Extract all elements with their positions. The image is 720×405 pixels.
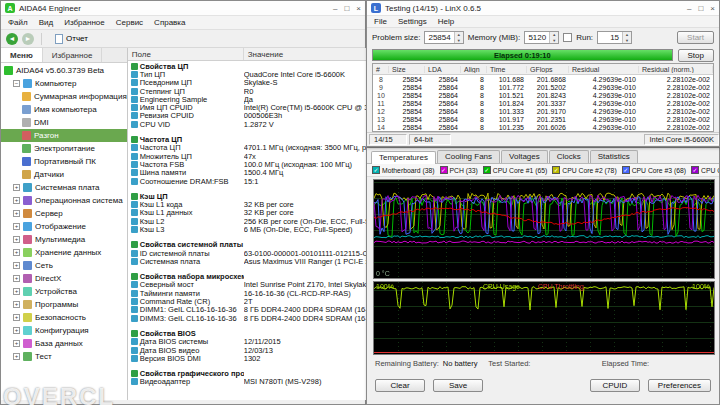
legend-checkbox[interactable]: ✓	[372, 166, 380, 174]
legend-checkbox[interactable]: ✓	[483, 166, 491, 174]
grid-row[interactable]: 1425854258648101.235201.60264.29639e-010…	[373, 123, 713, 131]
sidebar-item-software[interactable]: +Программы	[1, 298, 127, 311]
expand-icon[interactable]: +	[13, 275, 20, 282]
stepper-arrows-icon[interactable]: ▲▼	[622, 32, 631, 43]
stepper-arrows-icon[interactable]: ▲▼	[549, 32, 558, 43]
grid-column-header[interactable]: LDA	[425, 66, 461, 73]
start-button[interactable]: Start	[677, 31, 714, 44]
sidebar-item-server[interactable]: +Сервер	[1, 207, 127, 220]
tab-cooling-fans[interactable]: Cooling Fans	[437, 150, 500, 163]
sidebar-item-os[interactable]: +Операционная система	[1, 194, 127, 207]
sidebar-tab-favorites[interactable]: Избранное	[43, 48, 103, 62]
clear-button[interactable]: Clear	[375, 379, 425, 392]
expand-icon[interactable]: +	[13, 262, 20, 269]
menu-item-Справка[interactable]: Справка	[154, 18, 185, 27]
problem-size-stepper[interactable]: 25854 ▲▼	[424, 31, 463, 44]
menu-item-Вид[interactable]: Вид	[39, 18, 53, 27]
expand-icon[interactable]: +	[13, 197, 20, 204]
column-field[interactable]: Поле	[128, 48, 244, 60]
sidebar-item-security[interactable]: +Безопасность	[1, 311, 127, 324]
grid-column-header[interactable]: #	[373, 66, 389, 73]
menu-item-Избранное[interactable]: Избранное	[64, 18, 105, 27]
forward-icon[interactable]: ►	[22, 33, 34, 45]
sidebar-item-power[interactable]: Электропитание	[1, 142, 127, 155]
sidebar-tab-menu[interactable]: Меню	[1, 48, 43, 62]
sidebar-item-network[interactable]: +Сеть	[1, 259, 127, 272]
report-button[interactable]: Отчет	[49, 32, 94, 46]
legend-checkbox[interactable]: ✓	[440, 166, 448, 174]
grid-column-header[interactable]: Time	[487, 66, 527, 73]
legend-checkbox[interactable]: ✓	[622, 166, 630, 174]
expand-icon[interactable]: +	[13, 288, 20, 295]
preferences-button[interactable]: Preferences	[648, 379, 711, 392]
maximize-icon[interactable]: □	[344, 4, 349, 13]
close-icon[interactable]: ×	[710, 4, 715, 13]
collapse-icon[interactable]: −	[13, 80, 20, 87]
linx-results-grid[interactable]: #SizeLDAAlignTimeGFlopsResidualResidual …	[372, 63, 714, 132]
menu-item-Файл[interactable]: Файл	[8, 18, 28, 27]
sidebar-item-aida64-root[interactable]: AIDA64 v5.60.3739 Beta	[1, 64, 127, 77]
memory-stepper[interactable]: 5120 ▲▼	[524, 31, 559, 44]
expand-icon[interactable]: +	[13, 353, 20, 360]
legend-checkbox[interactable]: ✓	[691, 166, 699, 174]
menu-item-help[interactable]: Help	[438, 17, 454, 26]
linx-titlebar[interactable]: L Testing (14/15) - LinX 0.6.5 – □ ×	[367, 1, 719, 16]
grid-row[interactable]: 1025854258648101.521201.82434.29639e-010…	[373, 91, 713, 99]
sidebar-item-storage[interactable]: +Хранение данных	[1, 246, 127, 259]
grid-column-header[interactable]: Size	[389, 66, 425, 73]
expand-icon[interactable]: +	[13, 301, 20, 308]
sidebar-item-motherboard[interactable]: +Системная плата	[1, 181, 127, 194]
sidebar-item-computer[interactable]: −Компьютер	[1, 77, 127, 90]
stepper-arrows-icon[interactable]: ▲▼	[454, 32, 463, 43]
tab-clocks[interactable]: Clocks	[549, 150, 589, 163]
grid-row[interactable]: 825854258648101.688201.68684.29639e-0102…	[373, 75, 713, 83]
legend-checkbox[interactable]: ✓	[552, 166, 560, 174]
sidebar-item-summary[interactable]: Суммарная информация	[1, 90, 127, 103]
all-memory-checkbox[interactable]	[563, 33, 572, 42]
legend-item[interactable]: ✓CPU Core #4 (72)	[691, 166, 719, 174]
sidebar-item-database[interactable]: +База данных	[1, 337, 127, 350]
grid-row[interactable]: 1125854258648101.824201.33374.29639e-010…	[373, 99, 713, 107]
sidebar-item-sensors[interactable]: Датчики	[1, 168, 127, 181]
menu-item-file[interactable]: File	[374, 17, 387, 26]
legend-item[interactable]: ✓Motherboard (38)	[372, 166, 435, 174]
grid-row[interactable]: 925854258648101.772201.52024.29639e-0102…	[373, 83, 713, 91]
legend-item[interactable]: ✓CPU Core #2 (78)	[552, 166, 616, 174]
minimize-icon[interactable]: –	[333, 4, 337, 13]
maximize-icon[interactable]: □	[698, 4, 703, 13]
sidebar-item-devices[interactable]: +Устройства	[1, 285, 127, 298]
menu-item-settings[interactable]: Settings	[398, 17, 427, 26]
save-button[interactable]: Save	[433, 379, 483, 392]
back-icon[interactable]: ◄	[6, 33, 18, 45]
run-stepper[interactable]: 15 ▲▼	[597, 31, 632, 44]
sidebar-item-directx[interactable]: +DirectX	[1, 272, 127, 285]
expand-icon[interactable]: +	[13, 340, 20, 347]
expand-icon[interactable]: +	[13, 236, 20, 243]
cpuid-button[interactable]: CPUID	[590, 379, 640, 392]
aida64-titlebar[interactable]: A AIDA64 Engineer – □ ×	[1, 1, 365, 16]
expand-icon[interactable]: +	[13, 210, 20, 217]
expand-icon[interactable]: +	[13, 314, 20, 321]
sidebar-item-display[interactable]: +Отображение	[1, 220, 127, 233]
expand-icon[interactable]: +	[13, 327, 20, 334]
sidebar-item-benchmark[interactable]: +Тест	[1, 350, 127, 363]
close-icon[interactable]: ×	[356, 4, 361, 13]
grid-row[interactable]: 1325854258648101.917201.23514.29639e-010…	[373, 115, 713, 123]
sidebar-item-overclock[interactable]: Разгон	[1, 129, 127, 142]
grid-column-header[interactable]: GFlops	[527, 66, 569, 73]
grid-column-header[interactable]: Align	[461, 66, 487, 73]
expand-icon[interactable]: +	[13, 184, 20, 191]
sidebar-item-portable-pc[interactable]: Портативный ПК	[1, 155, 127, 168]
grid-column-header[interactable]: Residual (norm.)	[639, 66, 713, 73]
sidebar-item-computer-name[interactable]: Имя компьютера	[1, 103, 127, 116]
minimize-icon[interactable]: –	[687, 4, 691, 13]
tab-statistics[interactable]: Statistics	[590, 150, 638, 163]
grid-column-header[interactable]: Residual	[569, 66, 639, 73]
expand-icon[interactable]: +	[13, 223, 20, 230]
sidebar-item-multimedia[interactable]: +Мультимедиа	[1, 233, 127, 246]
grid-row[interactable]: 1225854258648101.333201.91704.29639e-010…	[373, 107, 713, 115]
tab-voltages[interactable]: Voltages	[501, 150, 548, 163]
menu-item-Сервис[interactable]: Сервис	[116, 18, 143, 27]
legend-item[interactable]: ✓CPU Core #1 (65)	[483, 166, 547, 174]
legend-item[interactable]: ✓PCH (33)	[440, 166, 478, 174]
